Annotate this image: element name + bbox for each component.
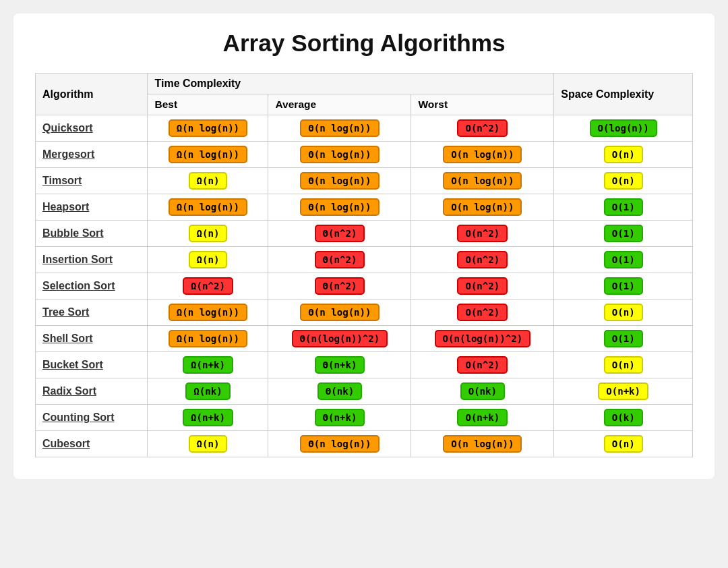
- table-row: MergesortΩ(n log(n))Θ(n log(n))O(n log(n…: [36, 142, 693, 168]
- algo-best-cell: Ω(n+k): [148, 405, 268, 431]
- algo-average-cell: Θ(n^2): [268, 221, 411, 247]
- page-title: Array Sorting Algorithms: [35, 30, 693, 57]
- badge-best: Ω(n+k): [183, 356, 233, 374]
- algo-best-cell: Ω(n^2): [148, 273, 268, 300]
- col-time-complexity: Time Complexity: [148, 74, 554, 94]
- algo-name-cell: Quicksort: [36, 115, 148, 142]
- algo-worst-space-cell: O(1): [554, 194, 693, 221]
- algo-name-label[interactable]: Bubble Sort: [42, 227, 104, 239]
- algo-worst-time-cell: O(n log(n)): [411, 142, 554, 168]
- algo-name-label[interactable]: Heapsort: [42, 201, 89, 212]
- badge-best: Ω(nk): [185, 382, 230, 400]
- algo-best-cell: Ω(n): [148, 431, 268, 457]
- algo-worst-time-cell: O(n^2): [411, 221, 554, 247]
- algo-name-label[interactable]: Quicksort: [42, 122, 93, 134]
- algo-best-cell: Ω(n log(n)): [148, 326, 268, 352]
- algo-name-label[interactable]: Insertion Sort: [42, 254, 113, 265]
- algo-best-cell: Ω(n log(n)): [148, 142, 268, 168]
- badge-average: Θ(n log(n)): [300, 198, 379, 216]
- badge-average: Θ(n^2): [315, 251, 365, 268]
- badge-average: Θ(n(log(n))^2): [292, 330, 388, 347]
- algo-name-label[interactable]: Selection Sort: [42, 280, 115, 291]
- badge-average: Θ(n log(n)): [300, 435, 379, 453]
- badge-average: Θ(n log(n)): [300, 119, 379, 137]
- algo-worst-time-cell: O(n^2): [411, 352, 554, 378]
- table-row: TimsortΩ(n)Θ(n log(n))O(n log(n))O(n): [36, 168, 693, 194]
- algo-worst-time-cell: O(n(log(n))^2): [411, 326, 554, 352]
- algo-average-cell: Θ(n log(n)): [268, 300, 411, 326]
- table-row: Insertion SortΩ(n)Θ(n^2)O(n^2)O(1): [36, 247, 693, 273]
- algo-worst-space-cell: O(1): [554, 221, 693, 247]
- table-row: Tree SortΩ(n log(n))Θ(n log(n))O(n^2)O(n…: [36, 300, 693, 326]
- algo-worst-time-cell: O(n log(n)): [411, 431, 554, 457]
- algo-name-label[interactable]: Timsort: [42, 175, 82, 186]
- badge-best: Ω(n log(n)): [169, 146, 247, 163]
- table-row: QuicksortΩ(n log(n))Θ(n log(n))O(n^2)O(l…: [36, 115, 693, 142]
- algo-name-cell: Insertion Sort: [36, 247, 148, 273]
- algo-name-label[interactable]: Counting Sort: [42, 411, 115, 423]
- algo-average-cell: Θ(n log(n)): [268, 168, 411, 194]
- algo-best-cell: Ω(n+k): [148, 352, 268, 378]
- algo-name-cell: Counting Sort: [36, 405, 148, 431]
- badge-worst-time: O(n^2): [457, 119, 508, 137]
- col-worst-time: Worst: [411, 94, 554, 115]
- algo-average-cell: Θ(n^2): [268, 273, 411, 300]
- algo-name-label[interactable]: Bucket Sort: [42, 359, 103, 370]
- algo-best-cell: Ω(n log(n)): [148, 115, 268, 142]
- algo-name-cell: Heapsort: [36, 194, 148, 221]
- badge-worst-space: O(1): [604, 251, 643, 268]
- algo-name-label[interactable]: Tree Sort: [42, 306, 89, 318]
- algo-name-cell: Selection Sort: [36, 273, 148, 300]
- algo-worst-time-cell: O(n log(n)): [411, 194, 554, 221]
- badge-average: Θ(n log(n)): [300, 146, 379, 163]
- badge-worst-time: O(n^2): [457, 304, 508, 321]
- algo-name-label[interactable]: Shell Sort: [42, 333, 93, 344]
- badge-best: Ω(n): [189, 172, 228, 190]
- table-row: Bucket SortΩ(n+k)Θ(n+k)O(n^2)O(n): [36, 352, 693, 378]
- badge-best: Ω(n+k): [183, 409, 233, 426]
- algo-best-cell: Ω(n): [148, 247, 268, 273]
- badge-best: Ω(n log(n)): [169, 330, 247, 347]
- algo-name-label[interactable]: Cubesort: [42, 438, 90, 449]
- badge-best: Ω(n): [189, 225, 228, 242]
- badge-worst-time: O(nk): [460, 382, 505, 400]
- algo-name-cell: Timsort: [36, 168, 148, 194]
- algo-worst-time-cell: O(n^2): [411, 115, 554, 142]
- col-best: Best: [148, 94, 268, 115]
- algo-worst-space-cell: O(n): [554, 168, 693, 194]
- badge-best: Ω(n log(n)): [169, 198, 247, 216]
- table-row: HeapsortΩ(n log(n))Θ(n log(n))O(n log(n)…: [36, 194, 693, 221]
- table-row: Radix SortΩ(nk)Θ(nk)O(nk)O(n+k): [36, 378, 693, 405]
- badge-average: Θ(n^2): [315, 225, 365, 242]
- badge-worst-space: O(log(n)): [590, 119, 657, 137]
- algo-worst-time-cell: O(n^2): [411, 300, 554, 326]
- algo-average-cell: Θ(n log(n)): [268, 431, 411, 457]
- algo-name-label[interactable]: Radix Sort: [42, 385, 96, 397]
- badge-best: Ω(n): [189, 435, 228, 453]
- badge-worst-time: O(n^2): [457, 251, 508, 268]
- algo-worst-space-cell: O(log(n)): [554, 115, 693, 142]
- algo-worst-space-cell: O(n): [554, 352, 693, 378]
- algo-best-cell: Ω(n log(n)): [148, 194, 268, 221]
- algo-name-label[interactable]: Mergesort: [42, 148, 94, 160]
- algo-best-cell: Ω(n log(n)): [148, 300, 268, 326]
- algo-worst-time-cell: O(n^2): [411, 247, 554, 273]
- col-algorithm: Algorithm: [36, 74, 148, 115]
- algo-average-cell: Θ(n log(n)): [268, 194, 411, 221]
- table-row: Selection SortΩ(n^2)Θ(n^2)O(n^2)O(1): [36, 273, 693, 300]
- algo-best-cell: Ω(n): [148, 168, 268, 194]
- badge-average: Θ(n log(n)): [300, 172, 379, 190]
- badge-average: Θ(n+k): [315, 409, 365, 426]
- badge-worst-time: O(n log(n)): [443, 146, 522, 163]
- badge-worst-space: O(1): [604, 225, 643, 242]
- badge-worst-space: O(n+k): [598, 382, 648, 400]
- sorting-table: Algorithm Time Complexity Space Complexi…: [35, 73, 693, 457]
- algo-average-cell: Θ(n log(n)): [268, 142, 411, 168]
- badge-worst-space: O(n): [604, 304, 643, 321]
- badge-worst-space: O(n): [604, 356, 643, 374]
- table-row: CubesortΩ(n)Θ(n log(n))O(n log(n))O(n): [36, 431, 693, 457]
- badge-worst-time: O(n log(n)): [443, 198, 522, 216]
- algo-average-cell: Θ(n(log(n))^2): [268, 326, 411, 352]
- badge-best: Ω(n log(n)): [169, 119, 247, 137]
- badge-worst-time: O(n log(n)): [443, 435, 522, 453]
